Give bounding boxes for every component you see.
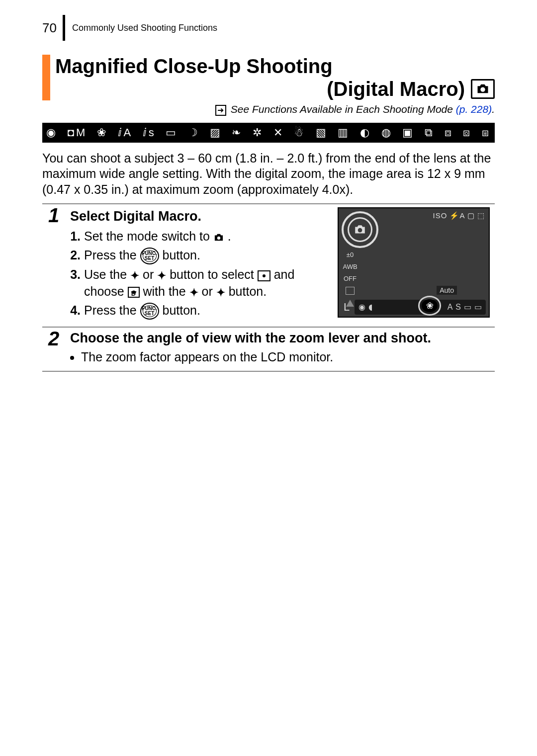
mode-icon: ◘M	[68, 126, 88, 139]
svg-point-0	[480, 87, 485, 92]
step-row: 1 Select Digital Macro. Set the mode swi…	[42, 204, 495, 327]
substep: Press the FUNC.SET button.	[84, 247, 331, 264]
mode-icon: ⅈs	[143, 126, 156, 139]
rec-mode-icon	[258, 270, 270, 281]
digital-macro-icon	[128, 287, 140, 298]
svg-point-1	[217, 236, 220, 239]
mode-icon: ◉	[46, 126, 58, 139]
off-indicator: OFF	[345, 274, 356, 284]
mode-icon: ◍	[381, 126, 393, 139]
mode-icon: ☃	[294, 126, 306, 139]
mode-icon: ⧆	[482, 126, 491, 139]
bar-icon: S	[455, 303, 461, 312]
lcd-left-column: ±0 AWB OFF	[345, 250, 356, 308]
func-set-button-icon: FUNC.SET	[140, 248, 159, 264]
bar-icon: ◖	[368, 302, 372, 312]
substep: Use the ✦ or ✦ button to select and choo…	[84, 266, 331, 300]
camera-mode-icon	[471, 79, 495, 99]
mode-icon: ⧉	[425, 126, 435, 139]
bar-icon: ▭	[474, 302, 482, 312]
box-indicator	[345, 286, 356, 296]
mode-icon: ⅈA	[118, 126, 133, 139]
page-header: 70 Commonly Used Shooting Functions	[42, 15, 495, 41]
mode-icon: ▧	[316, 126, 328, 139]
mode-icon: ❧	[232, 126, 243, 139]
arrow-right-icon: ✦	[216, 285, 225, 300]
substep: Press the FUNC.SET button.	[84, 302, 331, 320]
mode-icon: ✲	[253, 126, 264, 139]
substep: Set the mode switch to .	[84, 228, 331, 245]
mode-icon: ▣	[402, 126, 415, 139]
page-number: 70	[42, 20, 63, 36]
arrow-up-icon: ✦	[130, 268, 139, 283]
mode-icon: ▭	[166, 126, 178, 139]
mode-icon: ⧇	[463, 126, 472, 139]
lcd-top-right-icons: ISO ⚡A ▢ ⬚	[433, 211, 485, 220]
mode-icon: ▥	[338, 126, 350, 139]
header-separator	[63, 15, 65, 41]
mode-icon: ✕	[273, 126, 284, 139]
arrow-right-box-icon: ➜	[215, 105, 226, 116]
section-heading: Magnified Close-Up Shooting (Digital Mac…	[42, 55, 495, 100]
intro-paragraph: You can shoot a subject 3 – 60 cm (1.8 i…	[42, 151, 495, 197]
lcd-screen-illustration: ISO ⚡A ▢ ⬚ ±0 AWB OFF L Auto ◉ ◖ A	[338, 207, 490, 318]
steps-table: 1 Select Digital Macro. Set the mode swi…	[42, 203, 495, 372]
mode-icon: ❀	[97, 126, 108, 139]
mode-icon: ⧈	[445, 126, 453, 139]
ev-indicator: ±0	[345, 250, 356, 260]
mode-icon: ☽	[188, 126, 200, 139]
see-also-note: ➜ See Functions Available in Each Shooti…	[42, 103, 495, 116]
chapter-title: Commonly Used Shooting Functions	[72, 23, 217, 33]
mode-icon: ◐	[360, 126, 371, 139]
size-indicator: L	[344, 301, 350, 314]
arrow-down-icon: ✦	[157, 268, 166, 283]
awb-indicator: AWB	[345, 262, 356, 272]
camera-icon	[348, 217, 372, 242]
step-title: Choose the angle of view with the zoom l…	[70, 331, 490, 346]
digital-macro-selected-icon: ❀	[422, 299, 438, 312]
step-bullet: The zoom factor appears on the LCD monit…	[81, 349, 490, 366]
auto-label: Auto	[437, 286, 457, 295]
func-set-button-icon: FUNC.SET	[140, 303, 159, 320]
section-title-line1: Magnified Close-Up Shooting	[55, 55, 495, 78]
bar-icon: A	[448, 303, 453, 312]
step-row: 2 Choose the angle of view with the zoom…	[42, 327, 495, 371]
shooting-mode-strip: ◉ ◘M ❀ ⅈA ⅈs ▭ ☽ ▨ ❧ ✲ ✕ ☃ ▧ ▥ ◐ ◍ ▣ ⧉ ⧈…	[42, 123, 495, 143]
selected-mode-highlight: ❀	[418, 296, 441, 316]
step-substeps: Set the mode switch to . Press the FUNC.…	[70, 228, 331, 320]
step-number: 1	[42, 204, 65, 327]
svg-point-2	[358, 228, 362, 233]
bar-icon: ▭	[464, 302, 471, 312]
camera-solid-icon	[213, 233, 224, 242]
step-number: 2	[42, 327, 65, 371]
step-title: Select Digital Macro.	[70, 207, 331, 225]
mode-dial-highlight	[342, 211, 378, 248]
accent-bar	[42, 55, 50, 100]
see-also-link[interactable]: (p. 228)	[456, 103, 492, 115]
arrow-left-icon: ✦	[189, 285, 198, 300]
bar-icon: ◉	[358, 302, 365, 312]
section-title-line2: (Digital Macro)	[327, 78, 465, 100]
mode-icon: ▨	[210, 126, 222, 139]
